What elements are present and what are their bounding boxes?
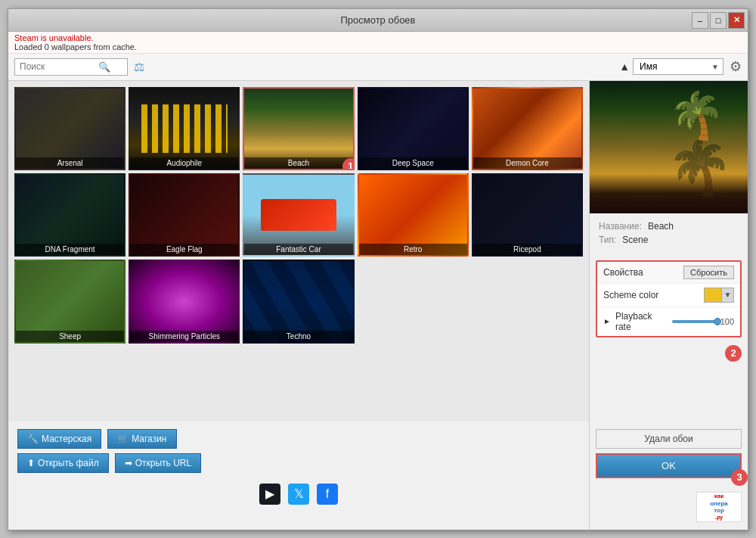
kakoperator-logo: как опера тор .ру: [696, 492, 742, 522]
content-area: Arsenal Audiophile Beach 1 Deep Space De…: [8, 81, 748, 421]
twitter-icon[interactable]: 𝕏: [288, 484, 309, 505]
list-item[interactable]: Beach 1: [243, 87, 354, 170]
item-label-dnafragment: DNA Fragment: [16, 244, 124, 255]
sort-dropdown-wrap: Имя Дата Размер ▼: [633, 58, 723, 75]
scheme-color-row: Scheme color ▼: [597, 284, 740, 307]
properties-title: Свойства: [603, 267, 643, 278]
shop-button[interactable]: 🛒 Магазин: [107, 429, 176, 449]
item-label-sheep: Sheep: [16, 331, 124, 342]
item-label-beach: Beach: [244, 157, 352, 169]
gallery-grid: Arsenal Audiophile Beach 1 Deep Space De…: [14, 87, 583, 344]
playback-slider[interactable]: [672, 320, 717, 323]
name-value: Beach: [648, 221, 674, 232]
item-label-ricepod: Ricepod: [473, 244, 581, 255]
list-item[interactable]: Fantastic Car: [243, 173, 354, 257]
title-bar: Просмотр обоев – □ ✕: [8, 9, 748, 32]
list-item[interactable]: Audiophile: [129, 87, 240, 170]
open-file-label: Открыть файл: [38, 458, 99, 468]
type-value: Scene: [622, 235, 648, 245]
item-label-demoncore: Demon Core: [473, 157, 581, 169]
shop-label: Магазин: [132, 434, 166, 444]
item-label-arsenal: Arsenal: [16, 157, 124, 169]
status-cache-text: Loaded 0 wallpapers from cache.: [14, 42, 742, 51]
window-controls: – □ ✕: [692, 12, 745, 29]
maximize-button[interactable]: □: [710, 12, 727, 29]
list-item[interactable]: Eagle Flag: [129, 173, 240, 257]
badge-2: 2: [725, 345, 742, 362]
item-label-fantasticcar: Fantastic Car: [244, 244, 352, 255]
bottom-btn-row-1: 🔧 Мастерская 🛒 Магазин: [17, 429, 580, 449]
name-label: Название:: [599, 221, 642, 232]
list-item[interactable]: Shimmering Particles: [129, 260, 240, 343]
search-box[interactable]: 🔍: [14, 58, 128, 76]
list-item[interactable]: Deep Space: [358, 87, 469, 170]
bottom-left: 🔧 Мастерская 🛒 Магазин ⬆ Открыть файл ➡ …: [8, 421, 589, 530]
facebook-icon[interactable]: f: [317, 484, 338, 505]
list-item[interactable]: Techno: [243, 260, 354, 343]
list-item[interactable]: DNA Fragment: [14, 173, 125, 257]
reset-button[interactable]: Сбросить: [683, 266, 734, 279]
badge-3: 3: [731, 469, 748, 486]
minimize-button[interactable]: –: [692, 12, 708, 29]
logo-area: как опера тор .ру: [596, 492, 742, 522]
search-input[interactable]: [20, 61, 95, 72]
properties-box: Свойства Сбросить Scheme color ▼ ► Playb…: [596, 260, 742, 337]
social-icons: ▶ 𝕏 f: [17, 477, 580, 511]
open-file-button[interactable]: ⬆ Открыть файл: [17, 453, 109, 473]
playback-slider-fill: [672, 320, 717, 323]
gear-icon[interactable]: ⚙: [730, 58, 742, 75]
type-label: Тип:: [599, 235, 616, 245]
list-item[interactable]: Ricepod: [472, 173, 583, 257]
list-item[interactable]: Sheep: [14, 260, 125, 343]
play-arrow-icon[interactable]: ►: [603, 317, 611, 325]
open-url-button[interactable]: ➡ Открыть URL: [115, 453, 201, 473]
list-item[interactable]: Arsenal: [14, 87, 125, 170]
item-label-eagleflag: Eagle Flag: [130, 244, 238, 255]
color-swatch: [705, 288, 721, 302]
scheme-color-label: Scheme color: [603, 290, 698, 300]
workshop-button[interactable]: 🔧 Мастерская: [17, 429, 101, 449]
sort-select[interactable]: Имя Дата Размер: [633, 58, 723, 75]
info-row-type: Тип: Scene: [599, 235, 739, 245]
list-item[interactable]: Demon Core: [472, 87, 583, 170]
slider-wrap: 100: [672, 317, 734, 326]
sort-direction-icon[interactable]: ▲: [619, 61, 630, 73]
ok-label: OK: [662, 460, 676, 471]
playback-value: 100: [720, 317, 734, 326]
workshop-label: Мастерская: [42, 434, 91, 444]
cart-icon: 🛒: [117, 434, 129, 444]
playback-slider-thumb: [714, 318, 721, 325]
filter-icon[interactable]: ⚖: [134, 60, 144, 74]
open-url-label: Открыть URL: [135, 458, 191, 468]
bottom-section: 🔧 Мастерская 🛒 Магазин ⬆ Открыть файл ➡ …: [8, 421, 748, 530]
main-window: Просмотр обоев – □ ✕ Steam is unavailabl…: [8, 8, 748, 530]
arrow-icon: ➡: [125, 458, 132, 468]
status-bar: Steam is unavailable. Loaded 0 wallpaper…: [8, 32, 748, 54]
toolbar: 🔍 ⚖ ▲ Имя Дата Размер ▼ ⚙: [8, 54, 748, 81]
sort-area: ▲ Имя Дата Размер ▼: [619, 58, 723, 75]
gallery-panel: Arsenal Audiophile Beach 1 Deep Space De…: [8, 81, 589, 421]
search-icon: 🔍: [98, 61, 110, 73]
steam-icon[interactable]: ▶: [259, 484, 280, 505]
bottom-btn-row-2: ⬆ Открыть файл ➡ Открыть URL: [17, 453, 580, 473]
info-row-name: Название: Beach: [599, 221, 739, 232]
delete-label: Удали обои: [644, 434, 692, 444]
info-section: Название: Beach Тип: Scene: [590, 213, 748, 256]
upload-icon: ⬆: [27, 458, 35, 468]
playback-row: ► Playback rate 100: [597, 307, 740, 336]
status-steam-text: Steam is unavailable.: [14, 33, 742, 42]
playback-label: Playback rate: [615, 311, 668, 332]
item-label-shimmering: Shimmering Particles: [130, 331, 238, 342]
close-button[interactable]: ✕: [728, 12, 745, 29]
item-label-audiophile: Audiophile: [130, 157, 238, 169]
item-label-deepspace: Deep Space: [359, 157, 467, 169]
list-item[interactable]: Retro: [358, 173, 469, 257]
delete-button[interactable]: Удали обои: [596, 429, 742, 449]
wrench-icon: 🔧: [27, 434, 39, 444]
bottom-right: Удали обои OK 3 как опера тор .ру: [589, 421, 748, 530]
right-panel: 🌴 Название: Beach Тип: Scene Свойства Сб…: [589, 81, 748, 421]
color-swatch-button[interactable]: ▼: [704, 288, 734, 303]
window-title: Просмотр обоев: [340, 14, 415, 26]
ok-button[interactable]: OK: [596, 453, 742, 478]
preview-image: 🌴: [590, 81, 748, 213]
